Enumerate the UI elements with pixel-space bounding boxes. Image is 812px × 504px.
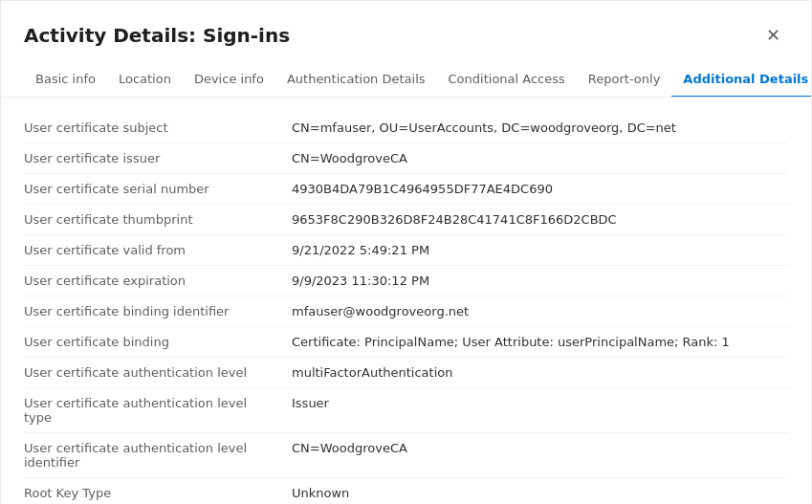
detail-value: 4930B4DA79B1C4964955DF77AE4DC690: [292, 182, 788, 196]
tab-authentication-details[interactable]: Authentication Details: [275, 62, 437, 98]
detail-row: User certificate subjectCN=mfauser, OU=U…: [24, 113, 788, 143]
tab-additional-details[interactable]: Additional Details: [671, 62, 811, 98]
tab-report-only[interactable]: Report-only: [577, 62, 672, 98]
detail-value: multiFactorAuthentication: [292, 365, 788, 380]
detail-row: User certificate authentication levelmul…: [24, 358, 788, 388]
tab-basic-info[interactable]: Basic info: [24, 62, 107, 98]
detail-label: User certificate expiration: [24, 274, 292, 288]
detail-value: CN=WoodgroveCA: [292, 441, 788, 455]
tab-device-info[interactable]: Device info: [183, 62, 275, 98]
detail-value: CN=mfauser, OU=UserAccounts, DC=woodgrov…: [292, 121, 788, 135]
tab-location[interactable]: Location: [107, 62, 183, 98]
dialog-header: Activity Details: Sign-ins ✕: [1, 1, 811, 62]
detail-value: 9653F8C290B326D8F24B28C41741C8F166D2CBDC: [292, 212, 788, 227]
detail-label: User certificate binding: [24, 335, 292, 349]
content-area: User certificate subjectCN=mfauser, OU=U…: [1, 98, 811, 504]
detail-row: User certificate valid from9/21/2022 5:4…: [24, 235, 788, 266]
detail-label: User certificate authentication level ty…: [24, 396, 292, 425]
detail-value: Certificate: PrincipalName; User Attribu…: [292, 335, 788, 349]
detail-label: User certificate authentication level: [24, 365, 292, 380]
detail-value: Issuer: [292, 396, 788, 410]
detail-value: mfauser@woodgroveorg.net: [292, 304, 788, 318]
detail-value: 9/9/2023 11:30:12 PM: [292, 274, 788, 288]
detail-row: User certificate issuerCN=WoodgroveCA: [24, 143, 788, 174]
detail-row: User certificate expiration9/9/2023 11:3…: [24, 266, 788, 296]
tab-bar: Basic infoLocationDevice infoAuthenticat…: [1, 62, 811, 98]
detail-label: User certificate serial number: [24, 182, 292, 196]
activity-details-dialog: Activity Details: Sign-ins ✕ Basic infoL…: [0, 0, 812, 504]
detail-row: User certificate bindingCertificate: Pri…: [24, 327, 788, 358]
detail-label: User certificate binding identifier: [24, 304, 292, 318]
detail-value: 9/21/2022 5:49:21 PM: [292, 243, 788, 257]
tab-conditional-access[interactable]: Conditional Access: [437, 62, 577, 98]
detail-label: User certificate valid from: [24, 243, 292, 257]
detail-label: Root Key Type: [24, 486, 292, 500]
detail-label: User certificate thumbprint: [24, 212, 292, 227]
detail-label: User certificate issuer: [24, 151, 292, 165]
detail-row: Root Key TypeUnknown: [24, 478, 788, 504]
detail-row: User certificate thumbprint9653F8C290B32…: [24, 205, 788, 235]
detail-label: User certificate authentication level id…: [24, 441, 292, 470]
detail-label: User certificate subject: [24, 121, 292, 135]
detail-row: User certificate authentication level id…: [24, 433, 788, 478]
dialog-title: Activity Details: Sign-ins: [24, 24, 290, 47]
detail-row: User certificate binding identifiermfaus…: [24, 296, 788, 327]
detail-value: CN=WoodgroveCA: [292, 151, 788, 165]
detail-value: Unknown: [292, 486, 788, 500]
detail-row: User certificate authentication level ty…: [24, 388, 788, 433]
detail-row: User certificate serial number4930B4DA79…: [24, 174, 788, 205]
close-button[interactable]: ✕: [757, 20, 788, 51]
